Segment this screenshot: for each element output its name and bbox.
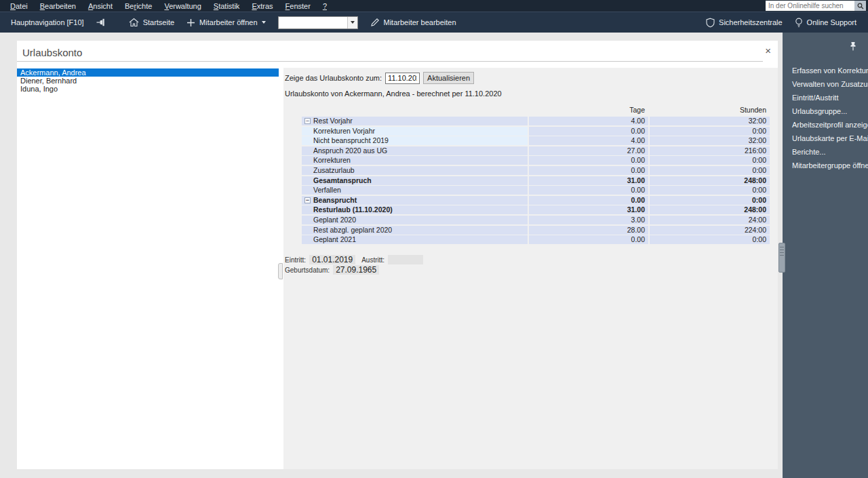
table-header: Tage Stunden [302,104,770,115]
mitarbeiter-oeffnen-label: Mitarbeiter öffnen [199,18,257,26]
table-row[interactable]: Rest abzgl. geplant 2020 28.00 224:00 [302,226,770,235]
eintritt-label: Eintritt: [285,256,306,264]
search-icon [857,3,864,9]
startseite-button[interactable]: Startseite [123,12,180,33]
sidebar-link-berichte[interactable]: Berichte... [783,145,868,159]
search-button[interactable] [854,1,866,11]
action-sidebar: Erfassen von Korrekturen Verwalten von Z… [783,33,868,478]
table-row[interactable]: Nicht beansprucht 2019 4.00 32:00 [302,136,770,145]
hauptnavigation-button[interactable]: Hauptnavigation [F10] [5,12,90,33]
employee-combobox[interactable] [278,16,358,29]
table-row[interactable]: Verfallen 0.00 0:00 [302,186,770,195]
date-input[interactable] [385,73,420,84]
sidebar-splitter-grip[interactable] [778,243,785,273]
pin-navigation-button[interactable] [90,12,113,33]
aktualisieren-button[interactable]: Aktualisieren [423,72,474,84]
account-subtitle: Urlaubskonto von Ackermann, Andrea - ber… [285,89,502,98]
table-row[interactable]: Gesamtanspruch 31.00 248:00 [302,176,770,185]
lightbulb-icon [795,18,803,28]
sidebar-link-mitarbeitergruppe-oeffnen[interactable]: Mitarbeitergruppe öffnen [783,159,868,172]
chevron-down-icon [351,21,355,24]
sidebar-link-arbeitszeitprofil-anzeigen[interactable]: Arbeitszeitprofil anzeigen [783,118,868,132]
table-row[interactable]: Resturlaub (11.10.2020) 31.00 248:00 [302,205,770,214]
sidebar-pin-button[interactable] [849,41,857,52]
urlaubskonto-window: Urlaubskonto × Ackermann, Andrea Diener,… [17,41,778,469]
date-label: Zeige das Urlaubskonto zum: [285,74,382,82]
menu-berichte[interactable]: Berichte [119,0,158,12]
online-support-button[interactable]: Online Support [789,18,863,28]
menu-statistik[interactable]: Statistik [208,0,246,12]
sidebar-link-erfassen-von-korrekturen[interactable]: Erfassen von Korrekturen [783,64,868,77]
vacation-table: Tage Stunden Rest Vorjahr 4.00 32:00 Kor… [302,104,770,245]
online-support-label: Online Support [807,18,856,26]
pencil-icon [370,18,380,27]
geburtsdatum-label: Geburtsdatum: [285,266,330,274]
menu-extras[interactable]: Extras [245,0,279,12]
menu-bar: Datei Bearbeiten Ansicht Berichte Verwal… [0,0,868,12]
list-splitter-grip[interactable] [278,263,283,279]
employee-combobox-input[interactable] [279,17,347,28]
employee-info-footer: Eintritt: 01.01.2019 Austritt: Geburtsda… [285,255,423,275]
table-row[interactable]: Korrekturen Vorjahr 0.00 0:00 [302,127,770,136]
austritt-label: Austritt: [361,256,384,264]
sicherheitszentrale-label: Sicherheitszentrale [719,18,783,26]
geburtsdatum-value: 27.09.1965 [333,265,379,275]
pin-icon [96,18,107,26]
column-header-tage: Tage [529,104,648,115]
onlinehilfe-search-input[interactable] [766,1,854,11]
urlaubskonto-panel: Zeige das Urlaubskonto zum: Aktualisiere… [283,68,778,469]
shield-icon [706,18,715,28]
austritt-value [388,255,423,264]
employee-list-item[interactable]: Iduna, Ingo [17,85,279,93]
hauptnavigation-label: Hauptnavigation [F10] [11,18,84,26]
sidebar-link-urlaubskarte-per-email[interactable]: Urlaubskarte per E-Mail [783,132,868,145]
page-title: Urlaubskonto [22,47,82,58]
table-row[interactable]: Anspruch 2020 aus UG 27.00 216:00 [302,146,770,155]
chevron-down-icon [262,21,266,24]
startseite-label: Startseite [143,18,174,26]
mitarbeiter-bearbeiten-button[interactable]: Mitarbeiter bearbeiten [364,12,462,33]
pushpin-icon [849,41,857,52]
sidebar-link-urlaubsgruppe[interactable]: Urlaubsgruppe... [783,104,868,118]
collapse-icon[interactable] [304,197,311,203]
column-header-stunden: Stunden [650,104,770,115]
toolbar: Hauptnavigation [F10] Startseite Mitarbe… [0,12,868,33]
table-row[interactable]: Zusatzurlaub 0.00 0:00 [302,166,770,175]
employee-list-item[interactable]: Diener, Bernhard [17,77,279,85]
eintritt-value: 01.01.2019 [309,255,355,264]
table-row[interactable]: Korrekturen 0.00 0:00 [302,156,770,165]
employee-list-item[interactable]: Ackermann, Andrea [17,68,279,77]
sidebar-link-eintritt-austritt[interactable]: Eintritt/Austritt [783,91,868,104]
menu-fenster[interactable]: Fenster [279,0,317,12]
home-icon [129,18,139,27]
close-icon[interactable]: × [765,45,771,56]
sidebar-link-verwalten-von-zusatzurlaub[interactable]: Verwalten von Zusatzurlaub [783,77,868,91]
menu-datei[interactable]: Datei [4,0,34,12]
combobox-dropdown-button[interactable] [347,17,357,28]
title-divider [17,61,763,62]
menu-bearbeiten[interactable]: Bearbeiten [34,0,82,12]
employee-list: Ackermann, Andrea Diener, Bernhard Iduna… [17,68,279,469]
sicherheitszentrale-button[interactable]: Sicherheitszentrale [700,18,789,28]
plus-icon [186,18,195,27]
menu-ansicht[interactable]: Ansicht [82,0,119,12]
table-row[interactable]: Beansprucht 0.00 0:00 [302,196,770,205]
mitarbeiter-bearbeiten-label: Mitarbeiter bearbeiten [384,18,456,26]
sidebar-links: Erfassen von Korrekturen Verwalten von Z… [783,64,868,172]
menu-hilfe[interactable]: ? [317,0,333,12]
table-row[interactable]: Geplant 2020 3.00 24:00 [302,216,770,224]
table-row[interactable]: Rest Vorjahr 4.00 32:00 [302,117,770,125]
mitarbeiter-oeffnen-button[interactable]: Mitarbeiter öffnen [180,12,271,33]
table-row[interactable]: Geplant 2021 0.00 0:00 [302,235,770,244]
menu-verwaltung[interactable]: Verwaltung [158,0,207,12]
collapse-icon[interactable] [304,118,311,124]
